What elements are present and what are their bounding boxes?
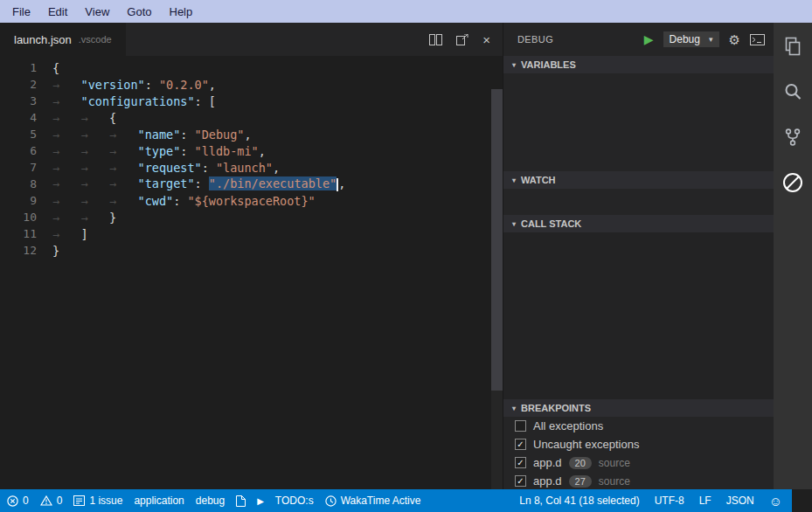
breakpoint-label: app.d [533, 456, 562, 469]
code-line[interactable]: 4→ → { [0, 109, 503, 126]
breakpoint-source-label: source [599, 457, 630, 469]
breakpoint-line-badge: 27 [569, 475, 592, 488]
section-title-breakpoints: BREAKPOINTS [521, 403, 591, 413]
menu-item-goto[interactable]: Goto [118, 3, 160, 21]
collapse-triangle-icon: ▾ [512, 61, 516, 69]
menu-item-help[interactable]: Help [161, 3, 202, 21]
line-number: 10 [0, 211, 37, 224]
watch-body [503, 189, 774, 215]
editor-scrollbar[interactable] [491, 89, 503, 489]
debug-console-icon[interactable] [750, 34, 765, 45]
tab-folder-path: .vscode [79, 34, 112, 45]
menu-bar: File Edit View Goto Help [0, 0, 812, 23]
collapse-triangle-icon: ▾ [512, 405, 516, 412]
collapse-triangle-icon: ▾ [512, 176, 516, 184]
collapse-triangle-icon: ▾ [512, 220, 516, 228]
section-header-watch[interactable]: ▾ WATCH [503, 171, 774, 189]
code-line[interactable]: 12} [0, 242, 503, 259]
breakpoint-row[interactable]: All exceptions [503, 417, 774, 435]
breakpoint-row[interactable]: ✓app.d27source [503, 472, 774, 489]
code-line[interactable]: 1{ [0, 59, 503, 76]
breakpoints-list: All exceptions✓Uncaught exceptions✓app.d… [503, 417, 774, 489]
gear-icon[interactable]: ⚙ [729, 33, 740, 46]
code-line[interactable]: 6→ → → "type": "lldb-mi", [0, 142, 503, 159]
code-line[interactable]: 10→ → } [0, 209, 503, 225]
line-number: 6 [0, 144, 37, 157]
tab-launch-json[interactable]: launch.json .vscode [0, 23, 126, 56]
breakpoint-checkbox[interactable]: ✓ [515, 475, 526, 487]
line-number: 2 [0, 78, 37, 91]
debug-config-dropdown[interactable]: Debug ▾ [663, 31, 719, 47]
debug-icon[interactable] [780, 170, 806, 196]
code-line[interactable]: 3→ "configurations": [ [0, 93, 503, 109]
section-header-variables[interactable]: ▾ VARIABLES [503, 56, 774, 73]
menu-item-view[interactable]: View [76, 3, 118, 21]
file-icon[interactable] [236, 495, 246, 507]
eol-indicator[interactable]: LF [699, 495, 711, 507]
line-number: 5 [0, 128, 37, 141]
scrollbar-thumb[interactable] [491, 89, 503, 391]
editor-area: launch.json .vscode × 1{2→ "version": "0… [0, 23, 503, 489]
code-line[interactable]: 8→ → → "target": "./bin/executable", [0, 176, 503, 192]
breakpoint-label: Uncaught exceptions [533, 438, 639, 451]
status-left: 0 0 1 issue application debug ▶ TODO:s [7, 495, 420, 507]
line-number: 11 [0, 227, 37, 240]
breakpoint-checkbox[interactable]: ✓ [515, 457, 526, 468]
tab-bar: launch.json .vscode × [0, 23, 503, 56]
breakpoint-checkbox[interactable]: ✓ [515, 439, 526, 450]
breakpoint-source-label: source [599, 475, 630, 488]
source-control-icon[interactable] [780, 124, 806, 150]
clock-icon [325, 495, 337, 507]
explorer-icon[interactable] [780, 33, 806, 59]
start-debug-button[interactable]: ▶ [644, 33, 654, 45]
cursor-position[interactable]: Ln 8, Col 41 (18 selected) [519, 495, 639, 507]
breakpoint-label: All exceptions [533, 419, 603, 432]
code-editor[interactable]: 1{2→ "version": "0.2.0",3→ "configuratio… [0, 56, 503, 489]
code-line[interactable]: 5→ → → "name": "Debug", [0, 126, 503, 142]
warning-count[interactable]: 0 [40, 495, 63, 507]
breakpoint-line-badge: 20 [569, 457, 592, 469]
encoding-indicator[interactable]: UTF-8 [655, 495, 684, 507]
error-count[interactable]: 0 [7, 495, 29, 507]
activity-bar [774, 23, 812, 489]
line-number: 3 [0, 94, 37, 107]
debug-panel-header: DEBUG ▶ Debug ▾ ⚙ [503, 23, 774, 56]
menu-item-file[interactable]: File [3, 3, 39, 21]
breakpoint-row[interactable]: ✓Uncaught exceptions [503, 435, 774, 453]
debug-status[interactable]: debug [196, 495, 225, 507]
open-preview-icon[interactable] [456, 34, 468, 45]
wakatime-status[interactable]: WakaTime Active [325, 495, 421, 507]
issues-indicator[interactable]: 1 issue [73, 495, 122, 507]
menu-item-edit[interactable]: Edit [39, 3, 76, 21]
line-number: 7 [0, 161, 37, 174]
breakpoint-row[interactable]: ✓app.d20source [503, 453, 774, 472]
language-indicator[interactable]: JSON [726, 495, 754, 507]
breakpoint-label: app.d [533, 474, 562, 488]
code-line[interactable]: 2→ "version": "0.2.0", [0, 76, 503, 93]
warning-icon [40, 495, 52, 506]
run-task-chevron-icon[interactable]: ▶ [257, 496, 264, 506]
section-title-variables: VARIABLES [521, 59, 576, 70]
application-status[interactable]: application [134, 495, 184, 507]
statusbar-corner [792, 489, 812, 512]
chevron-down-icon: ▾ [709, 35, 713, 44]
tab-actions: × [429, 23, 503, 56]
line-number: 9 [0, 194, 37, 207]
section-header-call-stack[interactable]: ▾ CALL STACK [503, 215, 774, 232]
close-icon[interactable]: × [482, 32, 490, 47]
line-number: 12 [0, 244, 37, 257]
breakpoint-checkbox[interactable] [515, 420, 526, 432]
error-icon [7, 495, 18, 507]
search-icon[interactable] [780, 79, 806, 105]
issues-icon [73, 495, 85, 506]
section-header-breakpoints[interactable]: ▾ BREAKPOINTS [503, 399, 774, 417]
section-title-watch: WATCH [521, 175, 556, 185]
line-number: 1 [0, 61, 37, 74]
call-stack-body [503, 232, 774, 399]
code-line[interactable]: 11→ ] [0, 225, 503, 242]
code-line[interactable]: 7→ → → "request": "launch", [0, 159, 503, 176]
split-editor-icon[interactable] [429, 34, 442, 45]
todos-status[interactable]: TODO:s [275, 495, 314, 507]
feedback-smiley-icon[interactable]: ☺ [769, 495, 782, 508]
code-line[interactable]: 9→ → → "cwd": "${workspaceRoot}" [0, 192, 503, 209]
